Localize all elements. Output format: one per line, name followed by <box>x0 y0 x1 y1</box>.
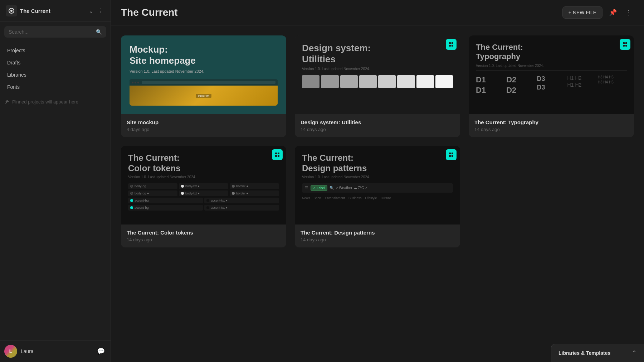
svg-rect-4 <box>449 45 451 47</box>
project-card-typography[interactable]: The Current:Typography Version 1.0. Last… <box>469 35 634 137</box>
card-thumbnail-utilities: Design system:Utilities Version 1.0. Las… <box>295 35 460 114</box>
sidebar-nav: Projects Drafts Libraries Fonts <box>0 42 111 96</box>
project-card-utilities[interactable]: Design system:Utilities Version 1.0. Las… <box>295 35 460 137</box>
message-button[interactable]: 💬 <box>96 346 106 357</box>
sidebar-footer: L Laura 💬 <box>0 340 111 362</box>
card-time: 4 days ago <box>127 127 280 132</box>
user-name: Laura <box>21 348 92 354</box>
search-icon: 🔍 <box>96 29 102 35</box>
svg-rect-9 <box>625 45 627 47</box>
sidebar-item-projects[interactable]: Projects <box>3 45 108 56</box>
color-swatches <box>302 75 453 88</box>
avatar: L <box>4 345 17 358</box>
type-grid: D1 D1 D2 D2 D3 D3 H1 H2 <box>476 75 627 95</box>
pinned-note: Pinned projects will appear here <box>0 96 111 108</box>
card-name: The Current: Design patterns <box>301 230 454 236</box>
projects-grid: Mockup:Site homepage Version 1.0. Last u… <box>121 35 634 247</box>
card-badge-color-tokens <box>272 149 283 160</box>
sidebar-item-libraries[interactable]: Libraries <box>3 69 108 81</box>
project-card-color-tokens[interactable]: The Current:Color tokens Version 1.0. La… <box>121 146 286 247</box>
card-name: Site mockup <box>127 119 280 125</box>
sidebar-search-container: 🔍 <box>0 22 111 42</box>
search-input[interactable] <box>9 29 93 35</box>
pin-icon <box>4 100 9 105</box>
card-time: 14 days ago <box>301 237 454 242</box>
sidebar: The Current ⌄ ⋮ 🔍 Projects Drafts Librar… <box>0 0 111 362</box>
search-wrap: 🔍 <box>4 26 106 38</box>
logo-icon <box>8 7 15 14</box>
card-time: 14 days ago <box>474 127 628 132</box>
svg-rect-8 <box>623 45 625 47</box>
svg-rect-6 <box>623 42 625 44</box>
page-title: The Current <box>121 7 562 18</box>
app-logo <box>6 5 17 16</box>
projects-content: Mockup:Site homepage Version 1.0. Last u… <box>111 25 644 362</box>
card-badge-design-patterns <box>446 149 457 160</box>
svg-rect-12 <box>275 155 277 157</box>
main-content-area: The Current + NEW FILE 📌 ⋮ Mockup:Site h… <box>111 0 644 362</box>
sidebar-header-icons: ⌄ ⋮ <box>87 6 105 16</box>
card-info-design-patterns: The Current: Design patterns 14 days ago <box>295 225 460 247</box>
card-time: 14 days ago <box>127 237 280 242</box>
sidebar-item-drafts[interactable]: Drafts <box>3 57 108 68</box>
card-name: The Current: Color tokens <box>127 230 280 236</box>
pinned-note-text: Pinned projects will appear here <box>12 99 78 105</box>
card-time: 14 days ago <box>301 127 454 132</box>
card-badge-utilities <box>446 39 457 50</box>
pin-header-button[interactable]: 📌 <box>607 6 619 19</box>
token-rows: body-bg body-txt ● border ● body-bg ● bo… <box>128 183 279 211</box>
pattern-ui: ☰ ✓ Label 🔍 > Weather ☁ 7°C ✓ News Sport… <box>302 183 453 201</box>
sidebar-more-button[interactable]: ⋮ <box>96 6 105 16</box>
badge-icon <box>448 42 454 47</box>
card-info-utilities: Design system: Utilities 14 days ago <box>295 114 460 137</box>
card-info-typography: The Current: Typography 14 days ago <box>469 114 634 137</box>
badge-icon <box>274 152 280 158</box>
sidebar-chevron-button[interactable]: ⌄ <box>87 6 95 16</box>
svg-rect-3 <box>452 42 453 44</box>
svg-rect-17 <box>452 155 453 157</box>
svg-rect-14 <box>449 153 451 154</box>
new-file-button[interactable]: + NEW FILE <box>562 6 602 19</box>
lib-panel[interactable]: Libraries & Templates ⌃ <box>551 344 644 362</box>
more-header-button[interactable]: ⋮ <box>623 6 634 19</box>
svg-rect-13 <box>278 155 279 157</box>
card-name: Design system: Utilities <box>301 119 454 125</box>
svg-rect-10 <box>275 153 277 154</box>
card-info-site-mockup: Site mockup 4 days ago <box>121 114 286 137</box>
svg-rect-11 <box>278 153 279 154</box>
sidebar-header: The Current ⌄ ⋮ <box>0 0 111 22</box>
sidebar-item-fonts[interactable]: Fonts <box>3 81 108 93</box>
card-thumbnail-design-patterns: The Current:Design patterns Version 1.0.… <box>295 146 460 225</box>
lib-panel-title: Libraries & Templates <box>558 350 627 356</box>
card-info-color-tokens: The Current: Color tokens 14 days ago <box>121 225 286 247</box>
svg-rect-7 <box>625 42 627 44</box>
sidebar-title: The Current <box>20 8 84 14</box>
main-header: The Current + NEW FILE 📌 ⋮ <box>111 0 644 25</box>
header-actions: + NEW FILE 📌 ⋮ <box>562 6 634 19</box>
lib-panel-collapse-icon[interactable]: ⌃ <box>631 349 637 357</box>
badge-icon <box>448 152 454 158</box>
project-card-design-patterns[interactable]: The Current:Design patterns Version 1.0.… <box>295 146 460 247</box>
svg-rect-5 <box>452 45 453 47</box>
svg-rect-16 <box>449 155 451 157</box>
svg-rect-15 <box>452 153 453 154</box>
svg-rect-2 <box>449 42 451 44</box>
card-thumbnail-site-mockup: Mockup:Site homepage Version 1.0. Last u… <box>121 35 286 114</box>
card-badge-typography <box>620 39 630 50</box>
badge-icon <box>622 42 628 47</box>
svg-point-1 <box>10 10 13 12</box>
card-thumbnail-color-tokens: The Current:Color tokens Version 1.0. La… <box>121 146 286 225</box>
card-thumbnail-typography: The Current:Typography Version 1.0. Last… <box>469 35 634 114</box>
project-card-site-mockup[interactable]: Mockup:Site homepage Version 1.0. Last u… <box>121 35 286 137</box>
card-name: The Current: Typography <box>474 119 628 125</box>
